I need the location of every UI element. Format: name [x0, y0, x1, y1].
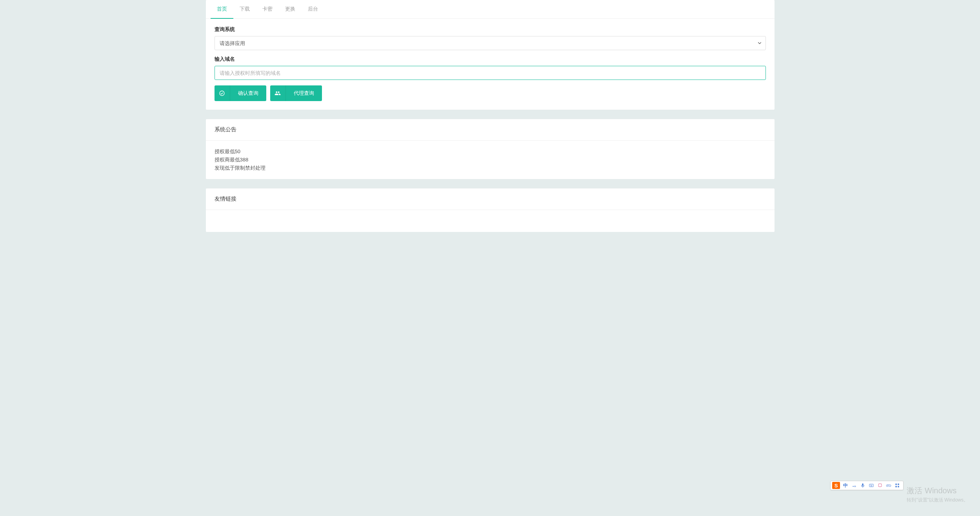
svg-rect-4 — [872, 485, 872, 485]
svg-rect-10 — [898, 486, 899, 487]
domain-label: 输入域名 — [215, 56, 766, 63]
svg-rect-7 — [895, 483, 897, 485]
ime-toolbar[interactable]: S 中 — [830, 481, 904, 490]
domain-input[interactable] — [215, 66, 766, 80]
ime-settings-icon[interactable] — [893, 482, 902, 489]
ime-skin-icon[interactable] — [876, 482, 884, 489]
windows-activation-watermark: 激活 Windows 转到"设置"以激活 Windows。 — [907, 485, 968, 503]
ime-lang-button[interactable]: 中 — [841, 482, 850, 489]
system-select[interactable]: 请选择应用 — [215, 36, 766, 50]
notice-line: 授权最低50 — [215, 148, 766, 156]
notice-title: 系统公告 — [206, 119, 775, 141]
watermark-subtitle: 转到"设置"以激活 Windows。 — [907, 497, 968, 503]
check-circle-icon — [215, 85, 230, 101]
svg-rect-9 — [895, 486, 897, 487]
people-icon — [270, 85, 286, 101]
tab-home[interactable]: 首页 — [211, 0, 233, 19]
confirm-query-button[interactable]: 确认查询 — [215, 85, 266, 101]
system-label: 查询系统 — [215, 26, 766, 33]
svg-point-0 — [853, 486, 854, 487]
svg-point-6 — [889, 485, 890, 486]
notice-line: 授权商最低388 — [215, 156, 766, 164]
links-body — [206, 210, 775, 232]
svg-rect-8 — [898, 483, 899, 485]
svg-rect-1 — [869, 484, 874, 487]
svg-rect-3 — [871, 485, 871, 485]
svg-rect-2 — [870, 485, 871, 485]
ime-keyboard-icon[interactable] — [867, 482, 876, 489]
agent-query-button[interactable]: 代理查询 — [270, 85, 322, 101]
notice-body: 授权最低50 授权商最低388 发现低于限制禁封处理 — [206, 141, 775, 179]
links-title: 友情链接 — [206, 188, 775, 210]
watermark-title: 激活 Windows — [907, 485, 968, 496]
sogou-logo-icon[interactable]: S — [832, 482, 840, 489]
links-panel: 友情链接 — [206, 188, 775, 232]
tab-download[interactable]: 下载 — [233, 0, 256, 19]
query-form: 查询系统 请选择应用 输入域名 确认查询 — [206, 19, 775, 110]
confirm-query-label: 确认查询 — [230, 90, 266, 97]
agent-query-label: 代理查询 — [286, 90, 322, 97]
main-panel: 首页 下载 卡密 更换 后台 查询系统 请选择应用 输入域名 — [206, 0, 775, 110]
ime-punct-icon[interactable] — [850, 482, 858, 489]
tab-replace[interactable]: 更换 — [279, 0, 302, 19]
svg-rect-5 — [871, 486, 873, 486]
notice-line: 发现低于限制禁封处理 — [215, 164, 766, 172]
ime-gamepad-icon[interactable] — [884, 482, 893, 489]
notice-panel: 系统公告 授权最低50 授权商最低388 发现低于限制禁封处理 — [206, 119, 775, 179]
tab-card[interactable]: 卡密 — [256, 0, 279, 19]
tab-bar: 首页 下载 卡密 更换 后台 — [206, 0, 775, 19]
ime-mic-icon[interactable] — [858, 482, 867, 489]
tab-admin[interactable]: 后台 — [302, 0, 324, 19]
